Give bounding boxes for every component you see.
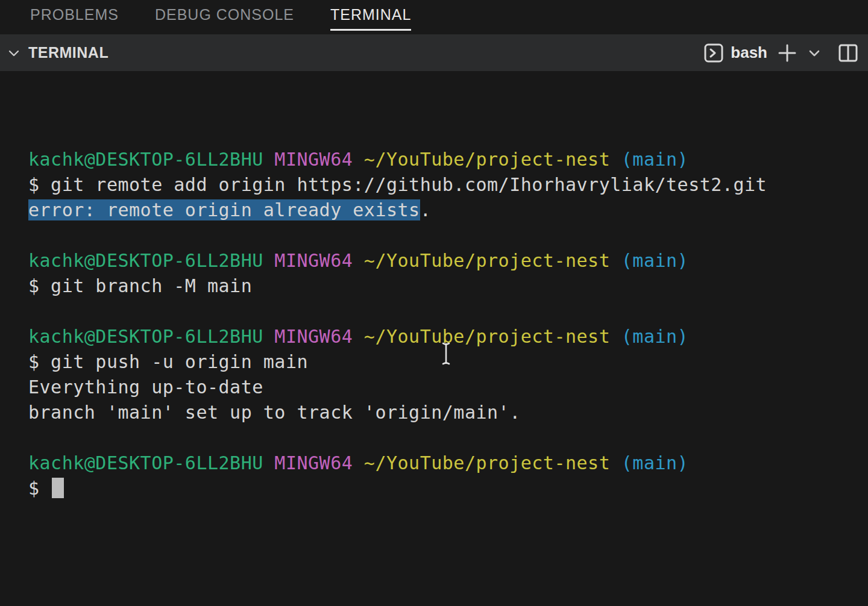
split-terminal-icon[interactable] (838, 43, 858, 63)
active-terminal-bash[interactable]: bash (703, 43, 767, 63)
text-segment (353, 326, 364, 347)
text-segment: . (420, 199, 432, 220)
text-segment: (main) (621, 452, 688, 473)
text-segment: ~/YouTube/project-nest (364, 250, 610, 271)
new-terminal-plus-icon[interactable] (776, 42, 798, 64)
text-segment (263, 250, 275, 271)
text-segment (263, 326, 275, 347)
text-segment: $ git remote add origin https://github.c… (28, 174, 767, 195)
tab-problems[interactable]: PROBLEMS (30, 0, 119, 31)
text-segment: (main) (621, 149, 688, 170)
shell-label: bash (731, 43, 767, 62)
text-segment (610, 452, 621, 473)
text-segment: $ git branch -M main (28, 275, 252, 296)
text-segment: ~/YouTube/project-nest (364, 149, 610, 170)
terminal-line (28, 299, 868, 324)
terminal-output[interactable]: kachk@DESKTOP-6LL2BHU MINGW64 ~/YouTube/… (0, 71, 868, 606)
text-segment: Everything up-to-date (28, 376, 263, 398)
terminal-line: error: remote origin already exists. (28, 198, 868, 223)
panel-tab-bar: PROBLEMS DEBUG CONSOLE TERMINAL (0, 0, 868, 34)
text-segment: kachk@DESKTOP-6LL2BHU (28, 452, 263, 473)
text-segment: MINGW64 (274, 452, 353, 473)
terminal-block-cursor (52, 478, 64, 498)
terminal-line: Everything up-to-date (28, 375, 868, 400)
text-segment (610, 149, 621, 170)
text-segment: $ (28, 478, 51, 499)
terminal-line (28, 425, 868, 451)
text-segment: ~/YouTube/project-nest (364, 326, 610, 347)
text-segment (610, 250, 621, 271)
terminal-line: kachk@DESKTOP-6LL2BHU MINGW64 ~/YouTube/… (28, 248, 868, 273)
text-segment (263, 149, 275, 170)
terminal-line: kachk@DESKTOP-6LL2BHU MINGW64 ~/YouTube/… (28, 147, 868, 172)
terminal-line: $ git remote add origin https://github.c… (28, 172, 868, 198)
terminal-line: kachk@DESKTOP-6LL2BHU MINGW64 ~/YouTube/… (28, 451, 868, 476)
text-segment: $ git push -u origin main (28, 351, 308, 372)
mouse-cursor-ibeam-icon (441, 342, 451, 372)
text-segment: MINGW64 (274, 326, 353, 347)
chevron-down-icon[interactable] (7, 46, 20, 60)
text-segment: kachk@DESKTOP-6LL2BHU (28, 250, 263, 271)
terminal-header: TERMINAL bash (0, 34, 868, 71)
tab-terminal[interactable]: TERMINAL (330, 0, 411, 31)
text-segment: (main) (621, 326, 688, 347)
text-segment: kachk@DESKTOP-6LL2BHU (28, 326, 263, 347)
terminal-line (28, 223, 868, 248)
text-segment: ~/YouTube/project-nest (364, 452, 610, 473)
text-segment (263, 452, 275, 473)
terminal-line: branch 'main' set up to track 'origin/ma… (28, 400, 868, 425)
text-segment (353, 452, 364, 473)
terminal-line: $ git branch -M main (28, 273, 868, 299)
text-segment: MINGW64 (274, 149, 353, 170)
terminal-icon (703, 43, 724, 63)
text-segment: error: remote origin already exists (28, 199, 420, 220)
terminal-line: $ (28, 476, 868, 501)
text-segment: kachk@DESKTOP-6LL2BHU (28, 149, 263, 170)
tab-debug-console[interactable]: DEBUG CONSOLE (155, 0, 294, 31)
text-segment: branch 'main' set up to track 'origin/ma… (28, 402, 521, 423)
terminal-panel-title: TERMINAL (28, 44, 108, 61)
launch-profile-chevron-icon[interactable] (807, 46, 822, 60)
text-segment (353, 149, 364, 170)
text-segment (610, 326, 621, 347)
text-segment (353, 250, 364, 271)
text-segment: (main) (621, 250, 688, 271)
text-segment: MINGW64 (274, 250, 353, 271)
